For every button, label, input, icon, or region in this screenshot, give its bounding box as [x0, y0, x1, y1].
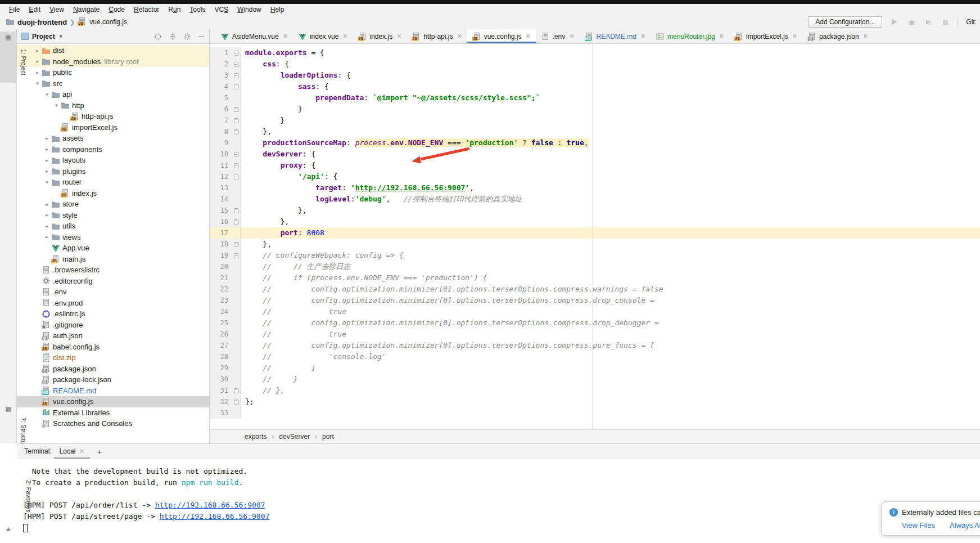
terminal-tab-local[interactable]: Local ✕ — [54, 445, 91, 459]
code-line[interactable]: 11− proxy: { — [210, 160, 980, 171]
chevron-icon[interactable]: ▸ — [43, 168, 51, 174]
close-icon[interactable]: ✕ — [342, 33, 347, 40]
chevron-icon[interactable]: ▾ — [43, 179, 51, 185]
git-label[interactable]: Git: — [966, 18, 977, 26]
breadcrumb-item[interactable]: port — [322, 433, 334, 441]
chevron-icon[interactable]: ▸ — [43, 201, 51, 207]
project-panel-title[interactable]: Project ▼ — [21, 33, 64, 41]
tree-item-babel.config.js[interactable]: JSbabel.config.js — [17, 342, 209, 353]
code-line[interactable]: 32^}; — [210, 396, 980, 407]
tree-item-components[interactable]: ▸components — [17, 144, 209, 155]
tab-package.json[interactable]: {..}package.json✕ — [802, 29, 873, 43]
tree-item-.browserslistrc[interactable]: .browserslistrc — [17, 264, 209, 276]
code-line[interactable]: 33 — [210, 407, 980, 419]
code-line[interactable]: 1−module.exports = { — [210, 47, 980, 59]
add-configuration-button[interactable]: Add Configuration... — [808, 16, 882, 28]
code-line[interactable]: 25 // config.optimization.minimizer[0].o… — [210, 317, 980, 329]
tree-item-store[interactable]: ▸store — [17, 199, 209, 210]
fold-marker-icon[interactable]: − — [234, 163, 239, 168]
chevron-icon[interactable]: ▸ — [43, 146, 51, 152]
run-with-coverage-icon[interactable] — [924, 17, 933, 26]
tab-http-api.js[interactable]: JShttp-api.js✕ — [407, 29, 467, 43]
tree-item-public[interactable]: ▸public — [17, 67, 209, 78]
fold-marker-icon[interactable]: ^ — [234, 400, 239, 405]
code-line[interactable]: 24 // true — [210, 306, 980, 317]
tree-item-dist.zip[interactable]: dist.zip — [17, 352, 209, 364]
close-icon[interactable]: ✕ — [863, 33, 868, 40]
tree-item-.editorconfig[interactable]: .editorconfig — [17, 276, 209, 287]
menu-help[interactable]: Help — [266, 5, 289, 15]
chevron-icon[interactable]: ▾ — [33, 80, 42, 86]
tab-vue.config.js[interactable]: JSvue.config.js✕ — [467, 29, 536, 43]
notification-action-view-files[interactable]: View Files — [902, 521, 935, 529]
tree-item-README.md[interactable]: MDREADME.md — [17, 385, 209, 397]
code-editor[interactable]: 1−module.exports = {2− css: {3− loaderOp… — [210, 44, 980, 429]
tab-importExcel.js[interactable]: JSimportExcel.js✕ — [729, 29, 802, 43]
chevron-icon[interactable]: ▸ — [43, 212, 51, 218]
fold-marker-icon[interactable]: ^ — [234, 242, 239, 247]
chevron-icon[interactable]: ▸ — [43, 234, 51, 240]
tree-item-package-lock.json[interactable]: {..}package-lock.json — [17, 374, 209, 385]
code-line[interactable]: 20 // // 生产去除日志 — [210, 261, 980, 272]
code-line[interactable]: 15^ }, — [210, 205, 980, 216]
tree-item-http[interactable]: ▾http — [17, 100, 209, 111]
notification-action-always-add[interactable]: Always Add — [950, 521, 980, 529]
run-icon[interactable] — [890, 17, 899, 26]
code-line[interactable]: 7^ } — [210, 115, 980, 126]
tree-item-router[interactable]: ▾router — [17, 177, 209, 188]
tree-item-index.js[interactable]: JSindex.js — [17, 188, 209, 199]
menu-refactor[interactable]: Refactor — [129, 5, 164, 15]
close-icon[interactable]: ✕ — [283, 33, 288, 40]
fold-marker-icon[interactable]: ^ — [234, 107, 239, 112]
terminal-link[interactable]: http://192.168.66.56:9007 — [155, 501, 265, 509]
breadcrumb-item[interactable]: devServer — [279, 433, 310, 441]
fold-marker-icon[interactable]: − — [234, 174, 239, 179]
tree-item-http-api.js[interactable]: JShttp-api.js — [17, 111, 209, 122]
stripe-structure-button[interactable]: ▩ 7: Structure — [0, 403, 16, 455]
close-icon[interactable]: ✕ — [396, 33, 401, 40]
code-line[interactable]: 18^ }, — [210, 239, 980, 250]
chevron-icon[interactable]: ▸ — [33, 59, 42, 64]
fold-marker-icon[interactable]: ^ — [234, 219, 239, 225]
fold-marker-icon[interactable]: ^ — [234, 118, 239, 123]
code-line[interactable]: 5 prependData: `@import "~@/assets/scss/… — [210, 92, 980, 104]
tree-item-Scratches and Consoles[interactable]: ◔Scratches and Consoles — [17, 418, 209, 429]
fold-marker-icon[interactable]: ^ — [234, 129, 239, 134]
code-line[interactable]: 10− devServer: { — [210, 149, 980, 160]
tree-item-vue.config.js[interactable]: JSvue.config.js — [17, 396, 209, 407]
close-icon[interactable]: ✕ — [79, 447, 84, 455]
tab-menuRouter.jpg[interactable]: menuRouter.jpg✕ — [651, 29, 729, 43]
close-icon[interactable]: ✕ — [457, 33, 462, 40]
chevron-icon[interactable]: ▸ — [33, 70, 42, 75]
code-line[interactable]: 3− loaderOptions: { — [210, 70, 980, 81]
chevron-icon[interactable]: ▸ — [43, 136, 51, 141]
tree-item-.eslintrc.js[interactable]: .eslintrc.js — [17, 308, 209, 320]
tree-item-utils[interactable]: ▸utils — [17, 221, 209, 232]
fold-marker-icon[interactable]: ^ — [234, 388, 239, 393]
code-line[interactable]: 16^ }, — [210, 216, 980, 227]
tab-.env[interactable]: .env✕ — [536, 29, 580, 43]
code-line[interactable]: 8^ }, — [210, 126, 980, 137]
fold-marker-icon[interactable]: − — [234, 51, 239, 56]
tree-item-assets[interactable]: ▸assets — [17, 133, 209, 144]
fold-marker-icon[interactable]: − — [234, 73, 239, 78]
breadcrumb-item[interactable]: exports — [245, 433, 267, 441]
close-icon[interactable]: ✕ — [640, 33, 645, 40]
code-line[interactable]: 26 // true — [210, 329, 980, 340]
stop-icon[interactable] — [941, 17, 950, 26]
tree-item-dist[interactable]: ▸dist — [17, 45, 209, 56]
chevron-icon[interactable]: ▸ — [43, 223, 51, 229]
code-line[interactable]: 31^ // }, — [210, 385, 980, 396]
tree-item-api[interactable]: ▾api — [17, 89, 209, 100]
menu-vcs[interactable]: VCS — [210, 5, 233, 15]
debug-icon[interactable] — [907, 17, 916, 26]
code-line[interactable]: 17 port: 8008 — [210, 227, 980, 239]
stripe-project-button[interactable]: ▦ 1: Project — [0, 32, 16, 83]
new-terminal-icon[interactable]: + — [92, 447, 106, 456]
tree-item-layouts[interactable]: ▸layouts — [17, 155, 209, 166]
menu-edit[interactable]: Edit — [24, 5, 45, 15]
menu-file[interactable]: File — [4, 5, 24, 15]
settings-gear-icon[interactable] — [183, 33, 191, 41]
menu-window[interactable]: Window — [233, 5, 266, 15]
chevron-icon[interactable]: ▾ — [52, 102, 61, 108]
